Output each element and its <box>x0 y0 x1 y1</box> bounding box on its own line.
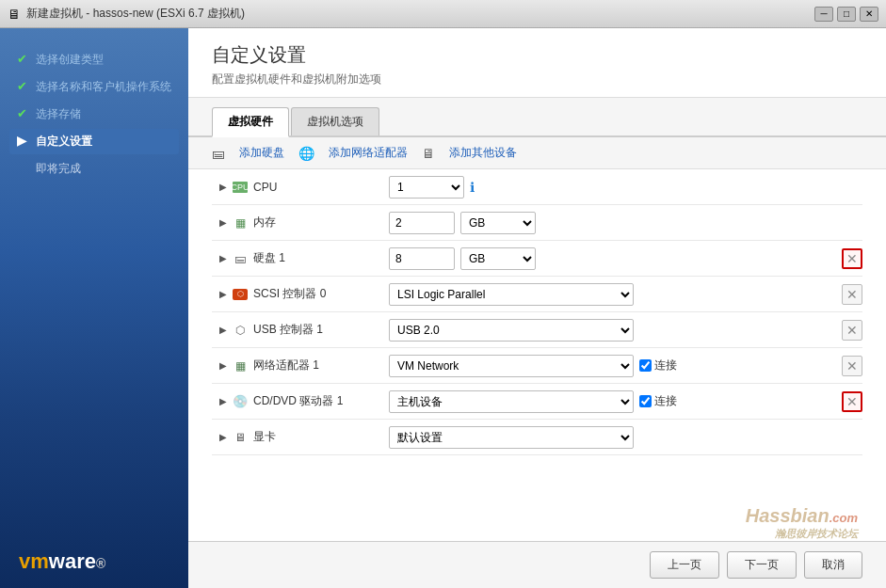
memory-expand-icon: ▶ <box>219 217 227 228</box>
display-label-text: 显卡 <box>253 429 276 445</box>
disk1-icon: 🖴 <box>233 253 248 264</box>
cpu-controls: 1248 ℹ <box>381 172 825 202</box>
close-button[interactable]: ✕ <box>860 7 878 22</box>
net1-connect-label: 连接 <box>654 358 677 373</box>
cpu-label[interactable]: ▶ CPU CPU <box>212 181 381 194</box>
toolbar-other-icon: 🖥 <box>422 146 435 161</box>
disk1-controls: MBGBTB <box>381 244 825 274</box>
net1-connect-checkbox[interactable] <box>639 359 652 372</box>
step-5-label: 即将完成 <box>36 161 81 177</box>
disk1-delete-area: ✕ <box>825 248 862 269</box>
tab-virtual-hardware[interactable]: 虚拟硬件 <box>212 107 289 137</box>
spacer-5: ✔ <box>17 161 30 175</box>
scsi0-type-select[interactable]: LSI Logic Parallel LSI Logic SAS VMware … <box>389 283 634 306</box>
net1-network-select[interactable]: VM Network <box>389 355 634 377</box>
maximize-button[interactable]: □ <box>837 7 856 22</box>
tabs-container: 虚拟硬件 虚拟机选项 <box>188 98 886 137</box>
scsi0-expand-icon: ▶ <box>219 289 227 299</box>
net1-label[interactable]: ▶ ▦ 网络适配器 1 <box>212 358 381 373</box>
next-button[interactable]: 下一页 <box>727 551 797 579</box>
display-icon: 🖥 <box>233 432 248 443</box>
cpu-info-icon[interactable]: ℹ <box>470 180 475 195</box>
cddvd1-connect-label: 连接 <box>654 393 677 409</box>
usb1-label[interactable]: ▶ ⬡ USB 控制器 1 <box>212 322 381 338</box>
sidebar: ✔ 选择创建类型 ✔ 选择名称和客户机操作系统 ✔ 选择存储 ▶ 自定义设置 ✔… <box>0 28 188 588</box>
sidebar-step-4[interactable]: ▶ 自定义设置 <box>9 129 179 154</box>
sidebar-step-5[interactable]: ✔ 即将完成 <box>9 156 179 182</box>
add-network-button[interactable]: 添加网络适配器 <box>329 145 408 161</box>
cddvd1-delete-button[interactable]: ✕ <box>842 391 862 412</box>
memory-icon: ▦ <box>233 217 248 229</box>
net1-connect-checkbox-label: 连接 <box>639 358 677 373</box>
usb1-delete-button[interactable]: ✕ <box>842 320 862 341</box>
sidebar-step-2[interactable]: ✔ 选择名称和客户机操作系统 <box>9 74 179 100</box>
display-type-select[interactable]: 默认设置 <box>389 426 634 449</box>
title-bar: 🖥 新建虚拟机 - hassos-new (ESXi 6.7 虚拟机) ─ □ … <box>0 0 886 28</box>
cddvd1-device-select[interactable]: 主机设备 <box>389 390 634 413</box>
add-other-button[interactable]: 添加其他设备 <box>449 145 517 161</box>
cddvd1-controls: 主机设备 连接 <box>381 387 825 417</box>
check-icon-2: ✔ <box>17 79 30 93</box>
memory-controls: MBGB <box>381 208 825 238</box>
disk1-value-input[interactable] <box>389 247 455 270</box>
usb1-label-text: USB 控制器 1 <box>253 322 323 338</box>
memory-unit-select[interactable]: MBGB <box>460 212 536 234</box>
content-area: 自定义设置 配置虚拟机硬件和虚拟机附加选项 虚拟硬件 虚拟机选项 🖴 添加硬盘 … <box>188 28 886 588</box>
step-4-label: 自定义设置 <box>36 134 92 150</box>
page-title: 自定义设置 <box>212 42 862 68</box>
toolbar-network-icon: 🌐 <box>298 146 314 161</box>
net1-label-text: 网络适配器 1 <box>253 358 319 373</box>
step-2-label: 选择名称和客户机操作系统 <box>36 79 171 95</box>
step-3-label: 选择存储 <box>36 106 81 122</box>
toolbar-disk-icon: 🖴 <box>212 146 225 161</box>
scsi0-icon: ⬡ <box>233 289 248 300</box>
sidebar-step-3[interactable]: ✔ 选择存储 <box>9 102 179 127</box>
disk1-unit-select[interactable]: MBGBTB <box>460 247 536 270</box>
cancel-button[interactable]: 取消 <box>804 551 862 579</box>
window-title: 新建虚拟机 - hassos-new (ESXi 6.7 虚拟机) <box>26 6 809 22</box>
disk1-delete-button[interactable]: ✕ <box>842 248 862 269</box>
hardware-table: ▶ CPU CPU 1248 ℹ ▶ ▦ 内存 <box>188 169 886 541</box>
scsi0-controls: LSI Logic Parallel LSI Logic SAS VMware … <box>381 279 825 310</box>
memory-label[interactable]: ▶ ▦ 内存 <box>212 215 381 230</box>
display-expand-icon: ▶ <box>219 432 227 442</box>
net1-delete-area: ✕ <box>825 356 862 376</box>
cpu-expand-icon: ▶ <box>219 182 227 192</box>
net1-delete-button[interactable]: ✕ <box>842 356 862 376</box>
memory-value-input[interactable] <box>389 212 455 234</box>
disk1-expand-icon: ▶ <box>219 253 227 263</box>
sidebar-step-1[interactable]: ✔ 选择创建类型 <box>9 47 179 72</box>
cddvd1-label-text: CD/DVD 驱动器 1 <box>253 393 343 409</box>
hw-row-disk1: ▶ 🖴 硬盘 1 MBGBTB ✕ <box>212 241 862 277</box>
usb1-type-select[interactable]: USB 2.0 USB 3.0 USB 3.1 <box>389 319 634 342</box>
cpu-icon: CPU <box>233 182 248 193</box>
cpu-count-select[interactable]: 1248 <box>389 176 464 199</box>
cddvd1-icon: 💿 <box>233 396 248 407</box>
add-disk-button[interactable]: 添加硬盘 <box>239 145 284 161</box>
usb1-delete-area: ✕ <box>825 320 862 341</box>
page-subtitle: 配置虚拟机硬件和虚拟机附加选项 <box>212 72 862 87</box>
net1-icon: ▦ <box>233 360 248 372</box>
usb1-icon: ⬡ <box>233 325 248 336</box>
check-icon-3: ✔ <box>17 106 30 120</box>
usb1-expand-icon: ▶ <box>219 325 227 335</box>
scsi0-label[interactable]: ▶ ⬡ SCSI 控制器 0 <box>212 286 381 302</box>
back-button[interactable]: 上一页 <box>650 551 719 579</box>
vmware-logo-area: vmware® <box>0 535 188 588</box>
add-network-label: 添加网络适配器 <box>329 145 408 161</box>
display-label[interactable]: ▶ 🖥 显卡 <box>212 429 381 445</box>
minimize-button[interactable]: ─ <box>814 7 833 22</box>
cddvd1-connect-checkbox[interactable] <box>639 395 652 407</box>
tab-vm-options[interactable]: 虚拟机选项 <box>291 107 379 135</box>
net1-controls: VM Network 连接 <box>381 351 825 381</box>
disk1-label[interactable]: ▶ 🖴 硬盘 1 <box>212 250 381 266</box>
add-disk-label: 添加硬盘 <box>239 145 284 161</box>
content-header: 自定义设置 配置虚拟机硬件和虚拟机附加选项 <box>188 28 886 98</box>
scsi0-delete-area: ✕ <box>825 284 862 305</box>
cddvd1-label[interactable]: ▶ 💿 CD/DVD 驱动器 1 <box>212 393 381 409</box>
display-controls: 默认设置 <box>381 422 825 453</box>
check-icon-1: ✔ <box>17 52 30 66</box>
scsi0-delete-button[interactable]: ✕ <box>842 284 862 305</box>
disk1-label-text: 硬盘 1 <box>253 250 285 266</box>
hw-row-cddvd1: ▶ 💿 CD/DVD 驱动器 1 主机设备 连接 ✕ <box>212 384 862 420</box>
